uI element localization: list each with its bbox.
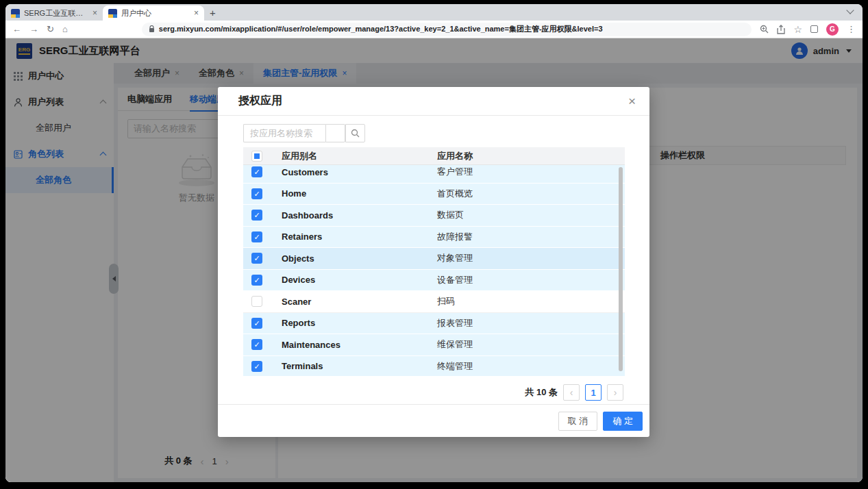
- toolbar-actions: ☆ G ⋮: [760, 23, 856, 36]
- apps-table-head: 应用别名 应用名称: [243, 147, 625, 165]
- row-checkbox[interactable]: [251, 275, 262, 286]
- app-alias: Reports: [282, 318, 437, 328]
- apps-table-body: Customers 客户管理 Home 首页概览 Dashboards 数据页 …: [243, 165, 625, 376]
- app-name-search-input[interactable]: 按应用名称搜索: [243, 124, 325, 142]
- browser-tab-title: SERG工业互联网平台: [24, 8, 88, 18]
- row-checkbox[interactable]: [251, 253, 262, 264]
- browser-menu-icon[interactable]: ⋮: [847, 24, 856, 34]
- chevron-down-icon[interactable]: [846, 6, 854, 14]
- column-header-name: 应用名称: [437, 150, 625, 162]
- modal-pagination: 共 10 条 ‹ 1 ›: [525, 384, 623, 401]
- app-alias: Maintenances: [282, 340, 437, 350]
- home-icon[interactable]: ⌂: [62, 24, 68, 34]
- row-checkbox[interactable]: [251, 188, 262, 199]
- search-icon: [351, 129, 360, 138]
- app-alias: Dashboards: [282, 210, 437, 221]
- total-count: 共 10 条: [525, 386, 558, 399]
- table-row[interactable]: Scaner 扫码: [243, 291, 625, 313]
- modal-close-icon[interactable]: ×: [628, 95, 636, 108]
- app-alias: Customers: [282, 167, 437, 177]
- table-row[interactable]: Devices 设备管理: [243, 270, 625, 292]
- table-row[interactable]: Home 首页概览: [243, 184, 625, 205]
- share-icon[interactable]: [777, 25, 785, 34]
- browser-tab-title: 用户中心: [121, 8, 190, 18]
- padlock-icon: [149, 25, 155, 33]
- new-tab-button[interactable]: +: [210, 7, 216, 18]
- app-name: 维保管理: [437, 338, 625, 351]
- tab-close-icon[interactable]: ×: [194, 8, 199, 18]
- browser-toolbar: ← → ↻ ⌂ serg.mixyun.com/mixapplication/#…: [5, 21, 863, 38]
- prev-page-button[interactable]: ‹: [563, 384, 580, 401]
- app-alias: Terminals: [282, 361, 437, 371]
- app-name: 首页概览: [437, 188, 625, 200]
- table-row[interactable]: Reports 报表管理: [243, 313, 625, 335]
- table-row[interactable]: Objects 对象管理: [243, 248, 625, 270]
- browser-profile-avatar[interactable]: G: [826, 23, 839, 36]
- cancel-button[interactable]: 取 消: [558, 412, 598, 431]
- forward-icon[interactable]: →: [29, 24, 38, 34]
- browser-tabstrip: SERG工业互联网平台 × 用户中心 × +: [5, 4, 863, 21]
- app-alias: Devices: [282, 275, 437, 285]
- app-name: 故障报警: [437, 231, 625, 243]
- row-checkbox[interactable]: [251, 361, 262, 372]
- confirm-button[interactable]: 确 定: [603, 412, 643, 431]
- reload-icon[interactable]: ↻: [47, 24, 54, 34]
- bookmark-star-icon[interactable]: ☆: [793, 24, 802, 35]
- table-row[interactable]: Retainers 故障报警: [243, 227, 625, 249]
- row-checkbox[interactable]: [251, 166, 262, 177]
- row-checkbox[interactable]: [251, 296, 262, 307]
- zoom-icon[interactable]: [760, 25, 769, 34]
- app-name: 报表管理: [437, 317, 625, 329]
- table-row[interactable]: Maintenances 维保管理: [243, 334, 625, 356]
- back-icon[interactable]: ←: [12, 24, 21, 34]
- app-alias: Home: [282, 188, 437, 199]
- row-checkbox[interactable]: [251, 231, 262, 242]
- modal-title: 授权应用: [238, 94, 282, 108]
- app-alias: Objects: [282, 253, 437, 264]
- app-alias: Scaner: [282, 297, 437, 307]
- search-button[interactable]: [325, 124, 345, 142]
- table-row[interactable]: Dashboards 数据页: [243, 205, 625, 227]
- row-checkbox[interactable]: [251, 339, 262, 350]
- table-scrollbar[interactable]: [619, 167, 623, 371]
- table-row[interactable]: Customers 客户管理: [243, 165, 625, 184]
- app-name: 扫码: [437, 295, 625, 308]
- authorize-apps-modal: 授权应用 × 按应用名称搜索: [218, 87, 649, 437]
- table-row[interactable]: Terminals 终端管理: [243, 356, 625, 377]
- select-all-checkbox[interactable]: [251, 151, 262, 162]
- page-number-button[interactable]: 1: [585, 384, 602, 401]
- row-checkbox[interactable]: [251, 210, 262, 221]
- app-name: 设备管理: [437, 274, 625, 286]
- app-page: ERG SERG工业互联网平台 admin 用户中心 用户列表: [5, 38, 863, 482]
- app-name: 客户管理: [437, 166, 625, 178]
- apps-table: 应用别名 应用名称 Customers 客户管理 Home 首页概览 Dashb…: [243, 147, 625, 376]
- address-bar[interactable]: serg.mixyun.com/mixapplication/#/user/ro…: [142, 23, 752, 36]
- app-name: 数据页: [437, 209, 625, 221]
- serg-favicon: [108, 9, 117, 18]
- search-icon-button[interactable]: [345, 124, 365, 142]
- browser-window: SERG工业互联网平台 × 用户中心 × + ← → ↻ ⌂ serg.mixy…: [5, 4, 863, 482]
- url-text: serg.mixyun.com/mixapplication/#/user/ro…: [159, 24, 603, 34]
- serg-favicon: [11, 9, 20, 18]
- column-header-alias: 应用别名: [282, 150, 437, 162]
- app-alias: Retainers: [282, 231, 437, 242]
- side-panel-icon[interactable]: [810, 25, 818, 33]
- row-checkbox[interactable]: [251, 318, 262, 329]
- browser-tab-usercenter[interactable]: 用户中心 ×: [103, 5, 204, 21]
- app-name: 对象管理: [437, 252, 625, 264]
- browser-tab-platform[interactable]: SERG工业互联网平台 ×: [5, 5, 103, 21]
- app-name: 终端管理: [437, 360, 625, 373]
- next-page-button[interactable]: ›: [607, 384, 623, 401]
- tab-close-icon[interactable]: ×: [92, 8, 97, 18]
